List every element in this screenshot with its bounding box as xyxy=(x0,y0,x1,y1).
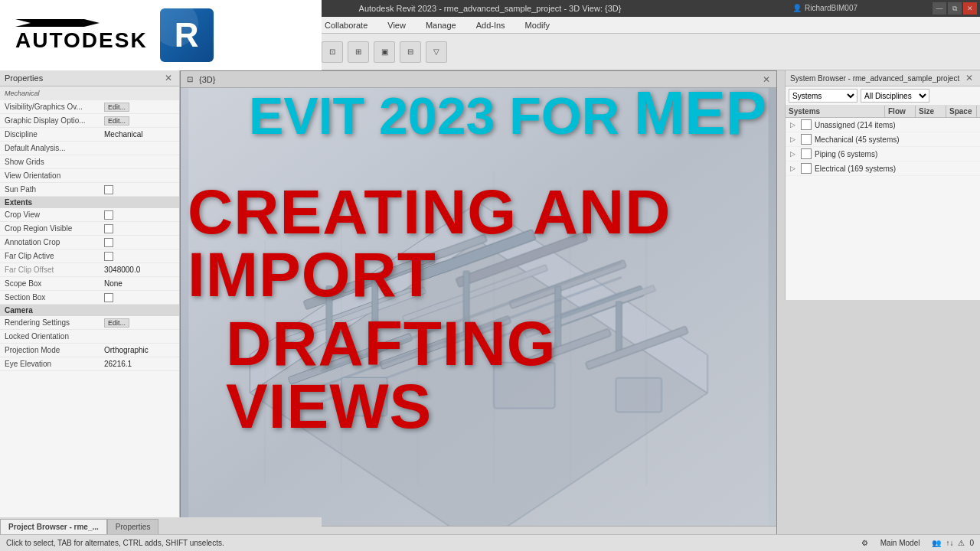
toolbar-btn-4[interactable]: ⊟ xyxy=(400,41,421,63)
visibility-edit-btn[interactable]: Edit... xyxy=(104,103,129,112)
worksharing-icon[interactable]: 👥 xyxy=(932,539,941,547)
show-grids-label: Show Grids xyxy=(5,158,104,166)
svg-rect-24 xyxy=(494,363,555,409)
graphic-display-row: Graphic Display Optio... Edit... xyxy=(0,114,179,128)
3d-view-icon: ⊡ xyxy=(187,75,193,83)
expander-unassigned: ▷ xyxy=(790,121,801,129)
properties-panel: Properties ✕ Mechanical Visibility/Graph… xyxy=(0,70,180,551)
view-orientation-label: View Orientation xyxy=(5,171,104,180)
revit-r-letter: R xyxy=(175,16,199,54)
project-browser-tab[interactable]: Project Browser - rme_... xyxy=(0,519,107,534)
autodesk-text: AUTODESK xyxy=(15,28,148,53)
close-button[interactable]: ✕ xyxy=(963,2,977,15)
tree-item-unassigned[interactable]: ▷ Unassigned (214 items) xyxy=(786,118,980,132)
autodesk-wordmark: AUTODESK xyxy=(15,18,148,53)
far-clip-active-row: Far Clip Active xyxy=(0,249,179,263)
bottom-tabs: Project Browser - rme_... Properties xyxy=(0,517,322,534)
crop-region-checkbox[interactable] xyxy=(104,224,113,233)
status-bar: Click to select, TAB for alternates, CTR… xyxy=(0,534,980,551)
tree-label-piping: Piping (6 systems) xyxy=(815,150,877,158)
tree-item-mechanical[interactable]: ▷ Mechanical (45 systems) xyxy=(786,132,980,147)
far-clip-active-label: Far Clip Active xyxy=(5,252,104,260)
col-size: Size xyxy=(916,106,946,117)
warning-icon[interactable]: ⚠ xyxy=(958,539,965,547)
projection-mode-label: Projection Mode xyxy=(5,346,104,354)
far-clip-offset-value: 3048000.0 xyxy=(104,266,175,274)
sun-path-checkbox[interactable] xyxy=(104,185,113,194)
toolbar-btn-2[interactable]: ⊞ xyxy=(348,41,369,63)
restore-button[interactable]: ⧉ xyxy=(948,2,962,15)
type-label: Mechanical xyxy=(5,90,104,97)
col-systems: Systems xyxy=(786,106,885,117)
projection-mode-row: Projection Mode Orthographic xyxy=(0,344,179,357)
discipline-value: Mechanical xyxy=(104,130,175,139)
annotation-crop-label: Annotation Crop xyxy=(5,238,104,246)
rendering-settings-label: Rendering Settings xyxy=(5,318,104,327)
system-browser-panel: System Browser - rme_advanced_sample_pro… xyxy=(785,70,980,300)
minimize-button[interactable]: — xyxy=(933,2,946,15)
type-selector-row[interactable]: Mechanical xyxy=(0,86,179,100)
checkbox-piping[interactable] xyxy=(801,148,812,159)
discipline-label: Discipline xyxy=(5,130,104,139)
properties-title: Properties xyxy=(5,73,43,83)
system-browser-header: System Browser - rme_advanced_sample_pro… xyxy=(786,70,980,86)
systems-dropdown[interactable]: Systems xyxy=(789,89,858,103)
checkbox-mechanical[interactable] xyxy=(801,134,812,145)
3d-model-area[interactable] xyxy=(181,88,776,526)
eye-elevation-label: Eye Elevation xyxy=(5,360,104,368)
graphic-display-edit-btn[interactable]: Edit... xyxy=(104,116,129,126)
syncing-icon: ⚙ xyxy=(861,539,868,547)
properties-header: Properties ✕ xyxy=(0,70,179,86)
tree-item-electrical[interactable]: ▷ Electrical (169 systems) xyxy=(786,161,980,176)
sun-path-row: Sun Path xyxy=(0,183,179,197)
discipline-row: Discipline Mechanical xyxy=(0,128,179,142)
section-box-checkbox[interactable] xyxy=(104,293,113,302)
3d-view-titlebar: ⊡ {3D} ✕ xyxy=(181,71,776,88)
rendering-settings-row: Rendering Settings Edit... xyxy=(0,316,179,330)
crop-view-checkbox[interactable] xyxy=(104,210,113,220)
menu-manage[interactable]: Manage xyxy=(423,19,459,31)
sync-icon[interactable]: ↑↓ xyxy=(946,539,953,547)
crop-view-label: Crop View xyxy=(5,210,104,219)
svg-rect-12 xyxy=(371,279,377,332)
toolbar-btn-5[interactable]: ▽ xyxy=(426,41,447,63)
far-clip-offset-label: Far Clip Offset xyxy=(5,266,104,274)
locked-orientation-row: Locked Orientation xyxy=(0,330,179,344)
autodesk-logo-area: AUTODESK R xyxy=(0,0,322,70)
menu-view[interactable]: View xyxy=(384,19,409,31)
disciplines-dropdown[interactable]: All Disciplines xyxy=(861,89,929,103)
extents-section-header: Extents xyxy=(0,197,179,208)
menu-modify[interactable]: Modify xyxy=(522,19,553,31)
properties-close-btn[interactable]: ✕ xyxy=(162,73,175,83)
checkbox-unassigned[interactable] xyxy=(801,119,812,130)
toolbar-btn-1[interactable]: ⊡ xyxy=(322,41,343,63)
model-name: Main Model xyxy=(880,539,920,547)
default-analysis-row: Default Analysis... xyxy=(0,142,179,155)
checkbox-electrical[interactable] xyxy=(801,163,812,174)
system-browser-close-btn[interactable]: ✕ xyxy=(963,73,975,83)
annotation-crop-checkbox[interactable] xyxy=(104,238,113,247)
graphic-display-label: Graphic Display Optio... xyxy=(5,116,104,125)
revit-r-icon: R xyxy=(160,8,214,62)
properties-tab[interactable]: Properties xyxy=(107,519,159,534)
view-orientation-row: View Orientation xyxy=(0,169,179,183)
svg-rect-13 xyxy=(463,271,469,340)
3d-view-tab-label[interactable]: {3D} xyxy=(199,75,215,84)
rendering-settings-edit-btn[interactable]: Edit... xyxy=(104,318,129,328)
menu-addins[interactable]: Add-Ins xyxy=(473,19,508,31)
tree-item-piping[interactable]: ▷ Piping (6 systems) xyxy=(786,147,980,161)
crop-view-row: Crop View xyxy=(0,208,179,222)
status-icons: 👥 ↑↓ ⚠ 0 xyxy=(932,539,974,547)
expander-mechanical: ▷ xyxy=(790,135,801,143)
user-display: 👤 RichardBIM007 xyxy=(792,4,858,12)
username: RichardBIM007 xyxy=(805,4,858,12)
menu-collaborate[interactable]: Collaborate xyxy=(322,19,371,31)
3d-view-close-btn[interactable]: ✕ xyxy=(763,74,770,85)
toolbar-btn-3[interactable]: ▣ xyxy=(374,41,395,63)
annotation-crop-row: Annotation Crop xyxy=(0,236,179,249)
eye-elevation-value: 26216.1 xyxy=(104,360,175,368)
section-box-label: Section Box xyxy=(5,293,104,302)
show-grids-row: Show Grids xyxy=(0,155,179,169)
scope-box-label: Scope Box xyxy=(5,279,104,288)
far-clip-active-checkbox[interactable] xyxy=(104,252,113,261)
